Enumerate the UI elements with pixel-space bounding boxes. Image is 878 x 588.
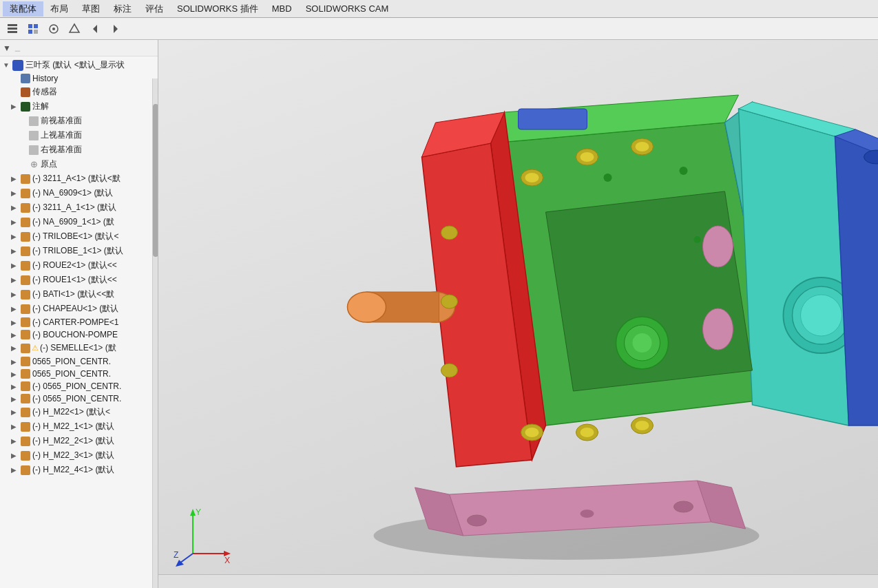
menu-assembly[interactable]: 装配体 bbox=[3, 1, 43, 17]
svg-marker-10 bbox=[93, 25, 97, 33]
tree-item-part12[interactable]: ▶ (-) BOUCHON-POMPE bbox=[0, 328, 158, 341]
part13-label: (-) SEMELLE<1> (默 bbox=[40, 342, 156, 354]
part22-label: (-) H_M22_4<1> (默认 bbox=[32, 464, 156, 476]
tree-item-sensor[interactable]: 传感器 bbox=[0, 85, 158, 99]
expand-icon: ▶ bbox=[11, 344, 21, 352]
history-label: History bbox=[32, 74, 156, 83]
tree-root-label: 三叶泵 (默认 <默认_显示状 bbox=[25, 59, 155, 71]
tree-item-part3[interactable]: ▶ (-) 3211_A_1<1> (默认 bbox=[0, 200, 158, 215]
tree-item-part2[interactable]: ▶ (-) NA_6909<1> (默认 bbox=[0, 186, 158, 200]
status-bar bbox=[158, 574, 878, 588]
tree-root-item[interactable]: ▼ 三叶泵 (默认 <默认_显示状 bbox=[0, 58, 158, 72]
tree-item-origin[interactable]: ⊕ 原点 bbox=[0, 157, 158, 171]
expand-icon: ▶ bbox=[11, 291, 21, 298]
property-manager-btn[interactable] bbox=[23, 20, 43, 38]
part1-label: (-) 3211_A<1> (默认<默 bbox=[32, 173, 156, 185]
part17-label: (-) 0565_PION_CENTR. bbox=[32, 394, 156, 403]
svg-point-56 bbox=[604, 174, 612, 182]
part11-label: (-) CARTER-POMPE<1 bbox=[32, 317, 156, 327]
svg-rect-6 bbox=[34, 30, 38, 34]
svg-point-17 bbox=[674, 501, 693, 512]
annotation-label: 注解 bbox=[32, 101, 156, 112]
tree-area[interactable]: ▼ 三叶泵 (默认 <默认_显示状 History 传感器 ▶ 注解 bbox=[0, 56, 158, 588]
svg-text:Y: Y bbox=[196, 507, 201, 517]
tree-item-part16[interactable]: ▶ (-) 0565_PION_CENTR. bbox=[0, 380, 158, 392]
tree-item-part6[interactable]: ▶ (-) TRILOBE_1<1> (默认 bbox=[0, 244, 158, 258]
scrollbar-track[interactable] bbox=[152, 78, 158, 588]
config-manager-btn[interactable] bbox=[44, 20, 63, 38]
model-svg bbox=[158, 40, 878, 588]
part5-label: (-) TRILOBE<1> (默认< bbox=[32, 231, 156, 242]
svg-point-45 bbox=[636, 142, 649, 151]
svg-point-26 bbox=[801, 295, 842, 336]
sensor-icon bbox=[21, 87, 30, 97]
tree-item-part1[interactable]: ▶ (-) 3211_A<1> (默认<默 bbox=[0, 171, 158, 186]
tree-item-part19[interactable]: ▶ (-) H_M22_1<1> (默认 bbox=[0, 419, 158, 434]
tree-item-part18[interactable]: ▶ (-) H_M22<1> (默认< bbox=[0, 405, 158, 419]
menu-layout[interactable]: 布局 bbox=[43, 1, 75, 17]
svg-rect-4 bbox=[34, 24, 38, 28]
part19-icon bbox=[21, 422, 30, 432]
menu-mbd[interactable]: MBD bbox=[265, 2, 299, 15]
part6-icon bbox=[21, 246, 30, 256]
assembly-icon bbox=[12, 60, 23, 71]
tree-item-part5[interactable]: ▶ (-) TRILOBE<1> (默认< bbox=[0, 229, 158, 244]
tree-item-part4[interactable]: ▶ (-) NA_6909_1<1> (默 bbox=[0, 215, 158, 229]
tree-item-part14[interactable]: ▶ 0565_PION_CENTR. bbox=[0, 355, 158, 368]
tree-item-part17[interactable]: ▶ (-) 0565_PION_CENTR. bbox=[0, 392, 158, 405]
origin-icon: ⊕ bbox=[29, 160, 39, 169]
plane-front-label: 前视基准面 bbox=[41, 115, 156, 127]
menu-annotation[interactable]: 标注 bbox=[107, 1, 138, 17]
scrollbar-thumb[interactable] bbox=[153, 104, 158, 257]
menu-sw-plugin[interactable]: SOLIDWORKS 插件 bbox=[170, 1, 265, 17]
menu-sw-cam[interactable]: SOLIDWORKS CAM bbox=[299, 2, 396, 15]
expand-icon: ▶ bbox=[11, 370, 21, 378]
tree-item-history[interactable]: History bbox=[0, 72, 158, 85]
tree-item-part15[interactable]: ▶ 0565_PION_CENTR. bbox=[0, 368, 158, 380]
expand-icon: ▶ bbox=[11, 423, 21, 430]
part12-label: (-) BOUCHON-POMPE bbox=[32, 330, 156, 339]
svg-marker-22 bbox=[739, 109, 849, 426]
expand-icon: ▶ bbox=[11, 358, 21, 366]
tree-item-part20[interactable]: ▶ (-) H_M22_2<1> (默认 bbox=[0, 434, 158, 448]
feature-manager-btn[interactable] bbox=[3, 20, 22, 38]
nav-prev-btn[interactable] bbox=[85, 20, 105, 38]
tree-item-part11[interactable]: ▶ (-) CARTER-POMPE<1 bbox=[0, 316, 158, 328]
tree-item-part22[interactable]: ▶ (-) H_M22_4<1> (默认 bbox=[0, 463, 158, 477]
part16-icon bbox=[21, 381, 30, 391]
tree-item-part8[interactable]: ▶ (-) ROUE1<1> (默认<< bbox=[0, 273, 158, 287]
part17-icon bbox=[21, 394, 30, 403]
svg-point-43 bbox=[581, 152, 594, 162]
part18-icon bbox=[21, 408, 30, 417]
part15-label: 0565_PION_CENTR. bbox=[32, 369, 156, 379]
nav-next-btn[interactable] bbox=[106, 20, 125, 38]
tree-item-part9[interactable]: ▶ (-) BATI<1> (默认<<默 bbox=[0, 287, 158, 302]
tree-item-part10[interactable]: ▶ (-) CHAPEAU<1> (默认 bbox=[0, 302, 158, 316]
viewport[interactable]: Y X Z bbox=[158, 40, 878, 588]
toolbar bbox=[0, 18, 878, 40]
svg-rect-55 bbox=[519, 109, 587, 129]
svg-marker-11 bbox=[114, 25, 118, 33]
tree-item-part13[interactable]: ▶ ⚠ (-) SEMELLE<1> (默 bbox=[0, 341, 158, 355]
svg-point-41 bbox=[525, 173, 539, 182]
appearance-btn[interactable] bbox=[65, 20, 84, 38]
svg-point-54 bbox=[441, 364, 458, 377]
menu-sketch[interactable]: 草图 bbox=[75, 1, 107, 17]
expand-icon: ▶ bbox=[11, 233, 21, 240]
annotation-icon bbox=[21, 102, 30, 112]
tree-item-plane-right[interactable]: 右视基准面 bbox=[0, 143, 158, 157]
tree-item-part7[interactable]: ▶ (-) ROUE2<1> (默认<< bbox=[0, 258, 158, 273]
tree-item-plane-front[interactable]: 前视基准面 bbox=[0, 114, 158, 128]
svg-point-16 bbox=[468, 515, 487, 526]
part2-label: (-) NA_6909<1> (默认 bbox=[32, 187, 156, 199]
tree-item-annotation[interactable]: ▶ 注解 bbox=[0, 99, 158, 114]
plane-right-icon bbox=[29, 145, 39, 155]
part8-label: (-) ROUE1<1> (默认<< bbox=[32, 274, 156, 286]
tree-item-part21[interactable]: ▶ (-) H_M22_3<1> (默认 bbox=[0, 448, 158, 463]
svg-text:X: X bbox=[224, 556, 230, 565]
part7-icon bbox=[21, 261, 30, 271]
menu-evaluate[interactable]: 评估 bbox=[138, 1, 170, 17]
expand-icon: ▶ bbox=[11, 276, 21, 284]
svg-point-52 bbox=[441, 226, 458, 240]
tree-item-plane-top[interactable]: 上视基准面 bbox=[0, 128, 158, 143]
